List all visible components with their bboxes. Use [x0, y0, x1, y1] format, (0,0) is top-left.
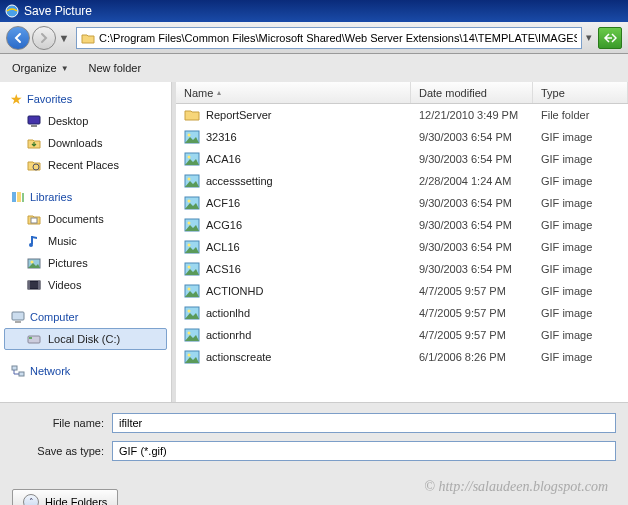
ie-icon — [4, 3, 20, 19]
cell-type: GIF image — [533, 175, 628, 187]
organize-label: Organize — [12, 62, 57, 74]
column-date[interactable]: Date modified — [411, 82, 533, 103]
table-row[interactable]: ReportServer12/21/2010 3:49 PMFile folde… — [176, 104, 628, 126]
sidebar-item-label: Desktop — [48, 115, 88, 127]
svg-rect-14 — [12, 312, 24, 320]
network-header[interactable]: Network — [4, 360, 167, 382]
table-row[interactable]: actionscreate6/1/2006 8:26 PMGIF image — [176, 346, 628, 368]
cell-type: File folder — [533, 109, 628, 121]
address-dropdown-icon[interactable]: ▾ — [584, 27, 594, 49]
cell-name: actionlhd — [176, 305, 411, 321]
table-row[interactable]: actionrhd4/7/2005 9:57 PMGIF image — [176, 324, 628, 346]
videos-icon — [26, 277, 42, 293]
table-row[interactable]: ACF169/30/2003 6:54 PMGIF image — [176, 192, 628, 214]
cell-date: 9/30/2003 6:54 PM — [411, 263, 533, 275]
address-bar[interactable] — [76, 27, 582, 49]
recent-icon — [26, 157, 42, 173]
titlebar: Save Picture — [0, 0, 628, 22]
libraries-icon — [10, 189, 26, 205]
cell-type: GIF image — [533, 263, 628, 275]
svg-rect-13 — [38, 281, 40, 289]
filename-label: File name: — [12, 417, 112, 429]
file-name: ReportServer — [206, 109, 271, 121]
svg-rect-2 — [31, 125, 37, 127]
cell-date: 9/30/2003 6:54 PM — [411, 153, 533, 165]
image-icon — [184, 305, 200, 321]
sidebar-item-recent[interactable]: Recent Places — [4, 154, 167, 176]
file-name: ACTIONHD — [206, 285, 263, 297]
sidebar-item-videos[interactable]: Videos — [4, 274, 167, 296]
svg-point-8 — [29, 243, 33, 247]
image-icon — [184, 327, 200, 343]
file-name: actionrhd — [206, 329, 251, 341]
savetype-combo[interactable]: GIF (*.gif) — [112, 441, 616, 461]
go-button[interactable] — [598, 27, 622, 49]
column-name[interactable]: Name ▴ — [176, 82, 411, 103]
back-button[interactable] — [6, 26, 30, 50]
table-row[interactable]: ACS169/30/2003 6:54 PMGIF image — [176, 258, 628, 280]
cell-type: GIF image — [533, 241, 628, 253]
table-row[interactable]: actionlhd4/7/2005 9:57 PMGIF image — [176, 302, 628, 324]
table-row[interactable]: 323169/30/2003 6:54 PMGIF image — [176, 126, 628, 148]
sidebar-item-label: Downloads — [48, 137, 102, 149]
cell-name: ACS16 — [176, 261, 411, 277]
filename-input[interactable] — [112, 413, 616, 433]
file-name: ACL16 — [206, 241, 240, 253]
cell-type: GIF image — [533, 197, 628, 209]
folder-icon — [81, 31, 95, 45]
sidebar-item-documents[interactable]: Documents — [4, 208, 167, 230]
sidebar-item-desktop[interactable]: Desktop — [4, 110, 167, 132]
cell-type: GIF image — [533, 307, 628, 319]
cell-type: GIF image — [533, 131, 628, 143]
computer-header[interactable]: Computer — [4, 306, 167, 328]
network-icon — [10, 363, 26, 379]
cell-name: ACF16 — [176, 195, 411, 211]
file-name: ACG16 — [206, 219, 242, 231]
sidebar-item-local-disk[interactable]: Local Disk (C:) — [4, 328, 167, 350]
star-icon: ★ — [10, 91, 23, 107]
file-name: ACS16 — [206, 263, 241, 275]
cell-type: GIF image — [533, 219, 628, 231]
sidebar-item-downloads[interactable]: Downloads — [4, 132, 167, 154]
new-folder-button[interactable]: New folder — [89, 62, 142, 74]
svg-rect-17 — [29, 337, 32, 339]
sidebar-item-pictures[interactable]: Pictures — [4, 252, 167, 274]
cell-name: 32316 — [176, 129, 411, 145]
table-row[interactable]: ACL169/30/2003 6:54 PMGIF image — [176, 236, 628, 258]
cell-name: ACL16 — [176, 239, 411, 255]
navbar: ▼ ▾ — [0, 22, 628, 54]
cell-name: actionscreate — [176, 349, 411, 365]
svg-point-27 — [188, 200, 191, 203]
svg-point-37 — [188, 310, 191, 313]
sidebar-item-music[interactable]: Music — [4, 230, 167, 252]
cell-type: GIF image — [533, 153, 628, 165]
nav-history-dropdown[interactable]: ▼ — [58, 26, 70, 50]
cell-name: ACTIONHD — [176, 283, 411, 299]
table-row[interactable]: ACA169/30/2003 6:54 PMGIF image — [176, 148, 628, 170]
organize-menu[interactable]: Organize ▼ — [12, 62, 69, 74]
sidebar-item-label: Music — [48, 235, 77, 247]
forward-button[interactable] — [32, 26, 56, 50]
address-input[interactable] — [99, 32, 577, 44]
disk-icon — [26, 331, 42, 347]
sidebar-item-label: Local Disk (C:) — [48, 333, 120, 345]
svg-point-41 — [188, 354, 191, 357]
cell-date: 9/30/2003 6:54 PM — [411, 241, 533, 253]
image-icon — [184, 349, 200, 365]
table-row[interactable]: ACTIONHD4/7/2005 9:57 PMGIF image — [176, 280, 628, 302]
hide-folders-button[interactable]: ˄ Hide Folders — [12, 489, 118, 505]
desktop-icon — [26, 113, 42, 129]
column-type[interactable]: Type — [533, 82, 628, 103]
favorites-section: ★ Favorites Desktop Downloads Recent Pla… — [4, 88, 167, 176]
table-row[interactable]: accesssetting2/28/2004 1:24 AMGIF image — [176, 170, 628, 192]
image-icon — [184, 151, 200, 167]
bottom-fields: File name: Save as type: GIF (*.gif) — [0, 402, 628, 479]
table-row[interactable]: ACG169/30/2003 6:54 PMGIF image — [176, 214, 628, 236]
svg-rect-18 — [12, 366, 17, 370]
svg-point-31 — [188, 244, 191, 247]
svg-rect-1 — [28, 116, 40, 124]
libraries-header[interactable]: Libraries — [4, 186, 167, 208]
favorites-header[interactable]: ★ Favorites — [4, 88, 167, 110]
libraries-section: Libraries Documents Music Pictures Video… — [4, 186, 167, 296]
image-icon — [184, 217, 200, 233]
